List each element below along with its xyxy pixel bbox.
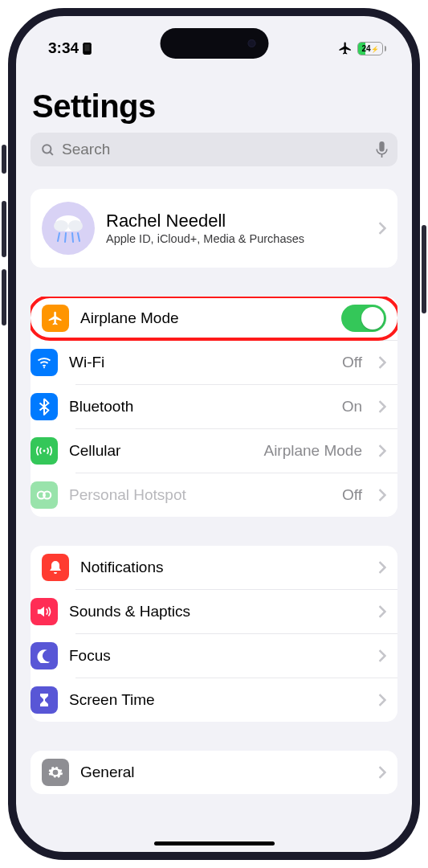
chevron-right-icon xyxy=(378,649,386,662)
row-value: Off xyxy=(342,486,362,504)
chevron-right-icon xyxy=(378,400,386,413)
phone-frame: 3:34 24⚡ Settings xyxy=(8,8,420,860)
chevron-right-icon xyxy=(378,222,386,235)
row-bluetooth[interactable]: Bluetooth On xyxy=(75,384,397,428)
row-label: General xyxy=(80,764,362,781)
row-sounds-haptics[interactable]: Sounds & Haptics xyxy=(75,589,397,633)
chevron-right-icon xyxy=(378,489,386,502)
svg-line-3 xyxy=(50,152,53,155)
row-label: Wi-Fi xyxy=(69,354,331,371)
hourglass-icon xyxy=(31,686,58,714)
row-airplane-mode[interactable]: Airplane Mode xyxy=(31,297,397,340)
svg-point-2 xyxy=(43,145,51,153)
svg-line-12 xyxy=(78,233,79,241)
row-focus[interactable]: Focus xyxy=(75,633,397,678)
alerts-group: Notifications Sounds & Haptics Focus xyxy=(31,546,397,722)
chevron-right-icon xyxy=(378,694,386,706)
row-label: Cellular xyxy=(69,442,252,460)
row-value: Airplane Mode xyxy=(263,442,362,460)
airplane-icon xyxy=(338,41,353,55)
search-input[interactable] xyxy=(62,141,369,158)
row-value: On xyxy=(342,398,362,416)
svg-line-9 xyxy=(58,233,59,241)
row-label: Focus xyxy=(69,647,362,665)
speaker-icon xyxy=(31,598,58,625)
airplane-icon xyxy=(42,305,69,332)
svg-point-13 xyxy=(43,366,45,368)
row-wifi[interactable]: Wi-Fi Off xyxy=(75,340,397,384)
connectivity-group: Airplane Mode Wi-Fi Off Bluetooth On xyxy=(31,297,397,517)
battery-indicator: 24⚡ xyxy=(357,42,386,55)
chevron-right-icon xyxy=(378,766,386,779)
svg-point-7 xyxy=(54,220,68,231)
chevron-right-icon xyxy=(378,356,386,369)
general-group: General xyxy=(31,751,397,794)
status-time: 3:34 xyxy=(48,39,79,57)
cellular-icon xyxy=(31,437,58,465)
row-general[interactable]: General xyxy=(31,751,397,794)
chevron-right-icon xyxy=(378,605,386,618)
row-label: Airplane Mode xyxy=(80,309,330,327)
avatar xyxy=(42,202,95,255)
row-cellular[interactable]: Cellular Airplane Mode xyxy=(75,428,397,473)
search-field[interactable] xyxy=(31,133,397,166)
row-label: Personal Hotspot xyxy=(69,486,331,504)
bell-icon xyxy=(42,554,69,581)
dynamic-island xyxy=(160,28,268,59)
portrait-lock-icon xyxy=(82,42,92,55)
row-value: Off xyxy=(342,354,362,371)
chevron-right-icon xyxy=(378,561,386,574)
bluetooth-icon xyxy=(31,393,58,420)
mic-icon[interactable] xyxy=(376,141,388,158)
row-personal-hotspot: Personal Hotspot Off xyxy=(75,473,397,517)
airplane-toggle[interactable] xyxy=(341,305,386,332)
row-label: Screen Time xyxy=(69,691,362,709)
row-label: Bluetooth xyxy=(69,398,331,416)
search-icon xyxy=(40,142,55,158)
row-notifications[interactable]: Notifications xyxy=(31,546,397,589)
home-indicator[interactable] xyxy=(154,841,275,845)
profile-subtitle: Apple ID, iCloud+, Media & Purchases xyxy=(106,231,362,247)
profile-name: Rachel Needell xyxy=(106,211,362,231)
wifi-icon xyxy=(31,349,58,376)
page-title: Settings xyxy=(32,88,396,125)
svg-point-14 xyxy=(43,450,46,452)
hotspot-icon xyxy=(31,481,58,509)
svg-rect-4 xyxy=(379,141,384,152)
moon-icon xyxy=(31,642,58,669)
svg-line-10 xyxy=(65,233,66,242)
svg-point-8 xyxy=(68,220,83,231)
row-label: Notifications xyxy=(80,559,362,576)
row-label: Sounds & Haptics xyxy=(69,603,362,620)
svg-rect-1 xyxy=(84,44,89,51)
gear-icon xyxy=(42,759,69,786)
chevron-right-icon xyxy=(378,444,386,457)
profile-card[interactable]: Rachel Needell Apple ID, iCloud+, Media … xyxy=(31,189,397,268)
row-screen-time[interactable]: Screen Time xyxy=(75,678,397,722)
svg-line-11 xyxy=(72,233,73,242)
